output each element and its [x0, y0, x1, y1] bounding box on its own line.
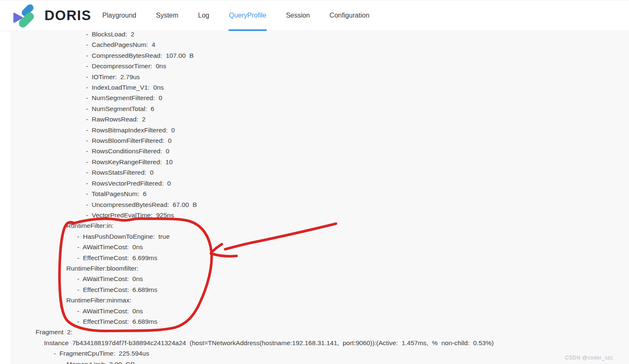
profile-line: - CachedPagesNum: 4 [10, 39, 629, 50]
profile-line: Fragment 2: [10, 327, 629, 337]
profile-line: - RowsKeyRangeFiltered: 10 [10, 157, 629, 167]
profile-line: - IndexLoadTime_V1: 0ns [10, 82, 629, 93]
csdn-watermark: CSDN @coder_szc [565, 355, 613, 361]
profile-line: - UncompressedBytesRead: 67.00 B [10, 199, 629, 210]
doris-logo-icon [13, 3, 38, 30]
profile-line: - AWaitTimeCost: 0ns [10, 306, 629, 316]
profile-line: RuntimeFilter:minmax: [10, 295, 629, 305]
nav-item-playground[interactable]: Playground [102, 0, 136, 31]
profile-line: - RowsStatsFiltered: 0 [10, 167, 629, 178]
profile-line: - HasPushDownToEngine: true [10, 231, 629, 242]
profile-line: - RawRowsRead: 2 [10, 114, 629, 124]
nav-menu: PlaygroundSystemLogQueryProfileSessionCo… [102, 0, 369, 31]
nav-item-queryprofile[interactable]: QueryProfile [229, 0, 266, 31]
profile-line: - AWaitTimeCost: 0ns [10, 242, 629, 252]
nav-item-system[interactable]: System [156, 0, 178, 31]
nav-item-log[interactable]: Log [198, 0, 209, 31]
profile-line: RuntimeFilter:bloomfilter: [10, 263, 629, 274]
profile-line: - AWaitTimeCost: 0ns [10, 274, 629, 284]
doris-logo-text: DORIS [44, 0, 91, 31]
profile-line: - NumSegmentFiltered: 0 [10, 93, 629, 103]
profile-line: - VectorPredEvalTime: 925ns [10, 210, 629, 220]
profile-line: - CompressedBytesRead: 107.00 B [10, 50, 629, 61]
top-nav: DORIS PlaygroundSystemLogQueryProfileSes… [0, 0, 629, 31]
profile-line: - RowsConditionsFiltered: 0 [10, 146, 629, 156]
nav-item-configuration[interactable]: Configuration [330, 0, 369, 31]
profile-line: - RowsBloomFilterFiltered: 0 [10, 135, 629, 146]
profile-line: - RowsBitmapIndexFiltered: 0 [10, 125, 629, 135]
profile-line: - MemoryLimit: 2.00 GB [10, 359, 629, 364]
profile-line: - TotalPagesNum: 6 [10, 188, 629, 199]
profile-line: - IOTimer: 2.79us [10, 72, 629, 82]
nav-item-session[interactable]: Session [286, 0, 310, 31]
profile-line: - EffectTimeCost: 6.689ms [10, 316, 629, 327]
profile-line: - BlocksLoad: 2 [10, 31, 629, 39]
profile-text: - BlocksLoad: 2- CachedPagesNum: 4- Comp… [10, 31, 629, 364]
profile-line: - NumSegmentTotal: 6 [10, 103, 629, 114]
profile-line: RuntimeFilter:in: [10, 220, 629, 231]
profile-line: - RowsVectorPredFiltered: 0 [10, 178, 629, 188]
query-profile-content: - BlocksLoad: 2- CachedPagesNum: 4- Comp… [10, 31, 629, 364]
profile-line: - FragmentCpuTime: 225.594us [10, 348, 629, 359]
profile-line: Instance 7b434188197d4f7f-b38894c241324a… [10, 338, 629, 348]
profile-line: - EffectTimeCost: 6.699ms [10, 253, 629, 263]
doris-logo[interactable]: DORIS [0, 0, 91, 31]
profile-line: - DecompressorTimer: 0ns [10, 61, 629, 71]
profile-line: - EffectTimeCost: 6.689ms [10, 284, 629, 295]
